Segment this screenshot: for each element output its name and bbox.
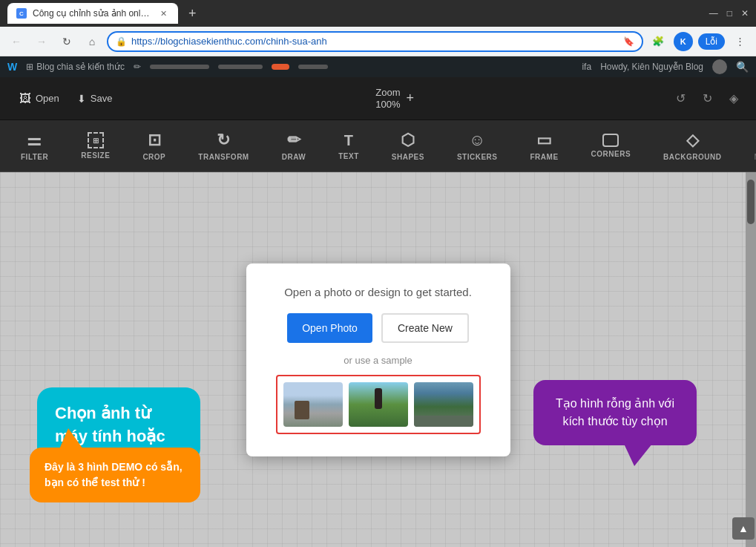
minimize-button[interactable]: —	[709, 8, 718, 19]
layers-button[interactable]: ◈	[723, 88, 744, 109]
canvas-area: Chọn ảnh từ máy tính hoặc Tạo hình rỗng …	[0, 172, 756, 547]
stickers-icon: ☺	[469, 131, 486, 150]
wp-edit-icon[interactable]: ✏	[134, 62, 141, 72]
wp-placeholder-bar2	[218, 65, 263, 69]
tool-corners[interactable]: CORNERS	[585, 131, 637, 161]
or-text: or use a sample	[276, 355, 481, 366]
extensions-icon[interactable]: 🧩	[648, 31, 668, 52]
center-dialog: Open a photo or design to get started. O…	[246, 263, 510, 456]
scrollbar-thumb[interactable]	[747, 180, 755, 224]
redo-button[interactable]: ↻	[697, 88, 717, 109]
tab-close-button[interactable]: ✕	[157, 7, 169, 19]
open-photo-button[interactable]: Open Photo	[287, 313, 372, 343]
editor-toolbar: 🖼 Open ⬇ Save Zoom 100% + ↺ ↻ ◈	[0, 77, 756, 120]
scroll-to-top-button[interactable]: ▲	[732, 517, 755, 540]
browser-toolbar: ← → ↻ ⌂ 🔒 https://blogchiasekienthuc.com…	[0, 27, 756, 56]
tool-stickers[interactable]: ☺ STICKERS	[451, 128, 504, 164]
wp-logo-icon: W	[7, 61, 17, 73]
save-button[interactable]: ⬇ Save	[70, 88, 120, 109]
tab-favicon: C	[16, 8, 27, 19]
dialog-buttons: Open Photo Create New	[276, 313, 481, 343]
home-button[interactable]: ⌂	[82, 31, 102, 52]
frame-icon: ▭	[536, 131, 553, 150]
address-bar[interactable]: 🔒 https://blogchiasekienthuc.com/chinh-s…	[107, 31, 643, 52]
tool-frame[interactable]: ▭ FRAME	[525, 128, 565, 164]
wp-orange-indicator	[272, 64, 289, 70]
scrollbar[interactable]: ▲	[746, 172, 756, 547]
address-text: https://blogchiasekienthuc.com/chinh-sua…	[131, 36, 619, 47]
tool-text[interactable]: T TEXT	[332, 129, 365, 163]
account-icon[interactable]: K	[673, 31, 694, 52]
toolbar-center: Zoom 100% +	[119, 87, 670, 110]
sample-images	[276, 375, 481, 434]
tool-merge[interactable]: ⬆ MERGE	[748, 128, 756, 164]
sample-image-2[interactable]	[349, 382, 408, 427]
tab-title: Công cụ chỉnh sửa ảnh online - Đ	[33, 8, 151, 19]
wp-placeholder-bar3	[298, 65, 328, 69]
tool-transform[interactable]: ↻ TRANSFORM	[192, 128, 254, 164]
bubble-purple: Tạo hình rỗng ảnh với kích thước tùy chọ…	[533, 380, 697, 445]
crop-icon: ⊡	[148, 131, 162, 150]
zoom-display: Zoom 100%	[375, 87, 400, 110]
back-button[interactable]: ←	[6, 31, 27, 52]
zoom-value: 100%	[375, 99, 400, 111]
resize-icon: ⊞	[88, 132, 104, 148]
open-button[interactable]: 🖼 Open	[12, 88, 67, 110]
refresh-button[interactable]: ↻	[56, 31, 77, 52]
zoom-plus-button[interactable]: +	[407, 91, 415, 106]
new-tab-button[interactable]: +	[184, 6, 201, 22]
wp-logo-item[interactable]: W	[7, 61, 17, 73]
tool-background[interactable]: ◇ BACKGROUND	[657, 128, 727, 164]
dialog-prompt: Open a photo or design to get started.	[276, 286, 481, 298]
filter-icon: ⚌	[27, 131, 42, 150]
tool-shapes[interactable]: ⬡ SHAPES	[386, 128, 430, 164]
wp-placeholder-bar	[150, 65, 209, 69]
toolbar-left: 🖼 Open ⬇ Save	[12, 88, 119, 110]
open-icon: 🖼	[19, 92, 31, 105]
tool-draw[interactable]: ✏ DRAW	[276, 128, 312, 164]
tool-filter[interactable]: ⚌ FILTER	[15, 128, 54, 164]
browser-titlebar: C Công cụ chỉnh sửa ảnh online - Đ ✕ + —…	[0, 0, 756, 27]
tool-crop[interactable]: ⊡ CROP	[137, 128, 171, 164]
wp-blog-icon: ⊞	[26, 62, 33, 72]
draw-icon: ✏	[287, 131, 301, 150]
shapes-icon: ⬡	[401, 131, 415, 150]
window-controls: — □ ✕	[709, 8, 749, 19]
close-button[interactable]: ✕	[741, 8, 749, 19]
sample-image-3[interactable]	[414, 382, 473, 427]
menu-icon[interactable]: ⋮	[729, 31, 750, 52]
corners-icon	[602, 134, 619, 147]
profile-button[interactable]: K	[674, 32, 693, 51]
background-icon: ◇	[686, 131, 700, 150]
create-new-button[interactable]: Create New	[381, 313, 469, 343]
wp-bar-right: ifa Howdy, Kiên Nguyễn Blog 🔍	[582, 59, 749, 74]
wp-blog-name[interactable]: ⊞ Blog chia sẻ kiến thức	[26, 62, 125, 72]
tool-resize[interactable]: ⊞ RESIZE	[75, 129, 116, 163]
toolbar-icons: 🧩 K Lỗi ⋮	[648, 31, 750, 52]
sample-image-1[interactable]	[283, 382, 343, 427]
tools-bar: ⚌ FILTER ⊞ RESIZE ⊡ CROP ↻ TRANSFORM ✏ D…	[0, 120, 756, 172]
wp-avatar[interactable]	[712, 59, 727, 74]
maximize-button[interactable]: □	[727, 8, 732, 19]
bubble-orange: Đây là 3 hình DEMO có sẵn, bạn có thể te…	[30, 448, 200, 502]
toolbar-right: ↺ ↻ ◈	[670, 88, 744, 109]
transform-icon: ↻	[217, 131, 231, 150]
zoom-label: Zoom	[375, 87, 400, 99]
browser-tab[interactable]: C Công cụ chỉnh sửa ảnh online - Đ ✕	[7, 3, 178, 24]
loi-button[interactable]: Lỗi	[698, 33, 725, 50]
wp-search-icon[interactable]: 🔍	[736, 61, 749, 73]
editor-container: 🖼 Open ⬇ Save Zoom 100% + ↺ ↻ ◈ ⚌ FILTER	[0, 77, 756, 547]
text-icon: T	[344, 132, 354, 149]
wordpress-bar: W ⊞ Blog chia sẻ kiến thức ✏ ifa Howdy, …	[0, 56, 756, 77]
forward-button[interactable]: →	[31, 31, 52, 52]
save-icon: ⬇	[77, 93, 86, 105]
undo-button[interactable]: ↺	[670, 88, 691, 109]
